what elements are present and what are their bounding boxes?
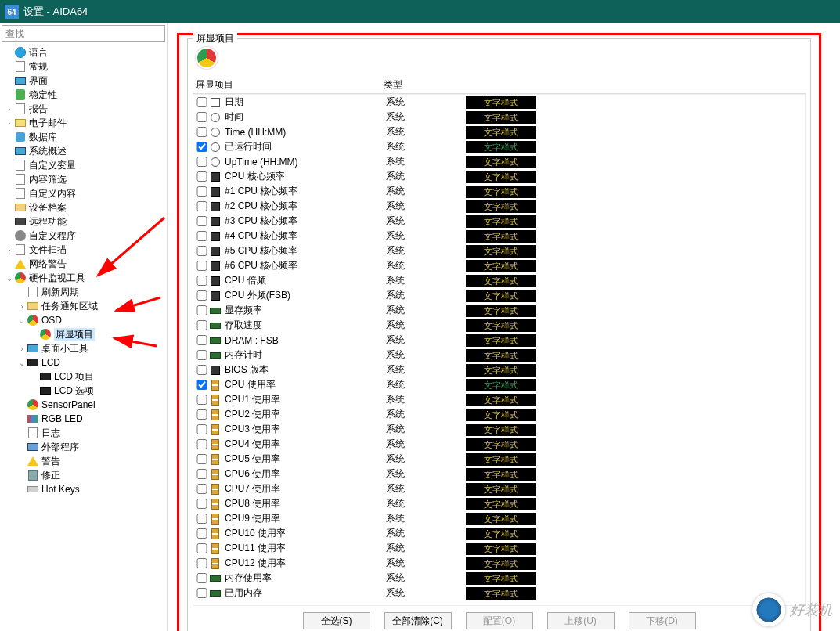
list-row[interactable]: 日期系统文字样式 bbox=[193, 95, 805, 110]
search-input[interactable] bbox=[2, 27, 164, 41]
items-list[interactable]: 日期系统文字样式时间系统文字样式Time (HH:MM)系统文字样式已运行时间系… bbox=[193, 94, 806, 606]
list-row[interactable]: UpTime (HH:MM)系统文字样式 bbox=[193, 154, 805, 169]
row-style-badge[interactable]: 文字样式 bbox=[466, 111, 536, 124]
row-checkbox[interactable] bbox=[196, 350, 207, 360]
tree-item-20[interactable]: 屏显项目 bbox=[0, 327, 167, 341]
row-checkbox[interactable] bbox=[196, 320, 207, 330]
row-style-badge[interactable]: 文字样式 bbox=[466, 543, 536, 555]
tree-item-29[interactable]: 警告 bbox=[0, 454, 167, 468]
row-checkbox[interactable] bbox=[196, 558, 207, 568]
list-row[interactable]: CPU7 使用率系统文字样式 bbox=[193, 481, 805, 496]
row-checkbox[interactable] bbox=[196, 231, 207, 241]
list-row[interactable]: CPU6 使用率系统文字样式 bbox=[193, 467, 805, 481]
expand-icon[interactable]: › bbox=[17, 302, 27, 311]
row-checkbox[interactable] bbox=[196, 305, 207, 316]
row-checkbox[interactable] bbox=[196, 171, 207, 182]
row-checkbox[interactable] bbox=[196, 454, 207, 464]
move-down-button[interactable]: 下移(D) bbox=[629, 612, 696, 629]
row-checkbox[interactable] bbox=[196, 97, 207, 107]
row-checkbox[interactable] bbox=[196, 276, 207, 286]
row-style-badge[interactable]: 文字样式 bbox=[466, 394, 536, 406]
tree-item-5[interactable]: ›电子邮件 bbox=[0, 116, 167, 130]
row-style-badge[interactable]: 文字样式 bbox=[466, 557, 536, 570]
config-button[interactable]: 配置(O) bbox=[466, 612, 533, 629]
tree-item-15[interactable]: 网络警告 bbox=[0, 257, 167, 271]
tree-item-17[interactable]: 刷新周期 bbox=[0, 285, 167, 299]
tree-item-31[interactable]: Hot Keys bbox=[0, 482, 167, 496]
list-row[interactable]: #5 CPU 核心频率系统文字样式 bbox=[193, 243, 805, 258]
row-style-badge[interactable]: 文字样式 bbox=[466, 305, 536, 317]
row-checkbox[interactable] bbox=[196, 573, 207, 583]
tree-item-8[interactable]: 自定义变量 bbox=[0, 158, 167, 172]
row-checkbox[interactable] bbox=[196, 439, 207, 449]
row-style-badge[interactable]: 文字样式 bbox=[466, 260, 536, 272]
list-row[interactable]: #4 CPU 核心频率系统文字样式 bbox=[193, 229, 805, 243]
tree-item-12[interactable]: 远程功能 bbox=[0, 215, 167, 229]
list-row[interactable]: BIOS 版本系统文字样式 bbox=[193, 362, 805, 377]
row-checkbox[interactable] bbox=[196, 142, 207, 152]
row-style-badge[interactable]: 文字样式 bbox=[466, 126, 536, 139]
list-row[interactable]: 时间系统文字样式 bbox=[193, 110, 805, 124]
row-style-badge[interactable]: 文字样式 bbox=[466, 156, 536, 168]
row-checkbox[interactable] bbox=[196, 469, 207, 479]
tree-item-13[interactable]: 自定义程序 bbox=[0, 229, 167, 243]
expand-icon[interactable]: › bbox=[5, 246, 14, 254]
row-style-badge[interactable]: 文字样式 bbox=[466, 409, 536, 421]
row-checkbox[interactable] bbox=[196, 261, 207, 271]
list-row[interactable]: CPU10 使用率系统文字样式 bbox=[193, 526, 805, 541]
col-header-type[interactable]: 类型 bbox=[384, 78, 463, 92]
row-checkbox[interactable] bbox=[196, 216, 207, 226]
expand-icon[interactable]: › bbox=[5, 105, 14, 114]
expand-icon[interactable]: › bbox=[17, 344, 27, 353]
tree-item-26[interactable]: RGB LED bbox=[0, 412, 167, 426]
tree-item-23[interactable]: LCD 项目 bbox=[0, 370, 167, 384]
row-checkbox[interactable] bbox=[196, 201, 207, 211]
tree-item-30[interactable]: 修正 bbox=[0, 468, 167, 482]
clear-all-button[interactable]: 全部清除(C) bbox=[384, 612, 452, 629]
tree-item-19[interactable]: ⌄OSD bbox=[0, 313, 167, 327]
list-row[interactable]: CPU3 使用率系统文字样式 bbox=[193, 422, 805, 437]
row-style-badge[interactable]: 文字样式 bbox=[466, 379, 536, 391]
list-row[interactable]: CPU5 使用率系统文字样式 bbox=[193, 452, 805, 467]
row-style-badge[interactable]: 文字样式 bbox=[466, 200, 536, 213]
tree-item-11[interactable]: 设备档案 bbox=[0, 200, 167, 215]
row-style-badge[interactable]: 文字样式 bbox=[466, 245, 536, 258]
row-checkbox[interactable] bbox=[196, 409, 207, 420]
tree-item-7[interactable]: 系统概述 bbox=[0, 144, 167, 158]
search-box[interactable] bbox=[2, 25, 165, 42]
list-row[interactable]: 已运行时间系统文字样式 bbox=[193, 139, 805, 154]
list-row[interactable]: DRAM : FSB系统文字样式 bbox=[193, 333, 805, 348]
tree-item-14[interactable]: ›文件扫描 bbox=[0, 243, 167, 257]
tree-item-27[interactable]: 日志 bbox=[0, 426, 167, 440]
row-style-badge[interactable]: 文字样式 bbox=[466, 424, 536, 436]
row-checkbox[interactable] bbox=[196, 588, 207, 598]
row-checkbox[interactable] bbox=[196, 395, 207, 405]
row-style-badge[interactable]: 文字样式 bbox=[466, 498, 536, 510]
list-row[interactable]: CPU 使用率系统文字样式 bbox=[193, 377, 805, 392]
row-style-badge[interactable]: 文字样式 bbox=[466, 528, 536, 540]
row-style-badge[interactable]: 文字样式 bbox=[466, 572, 536, 585]
settings-tree[interactable]: 语言常规界面稳定性›报告›电子邮件数据库系统概述自定义变量内容筛选自定义内容设备… bbox=[0, 44, 167, 631]
list-row[interactable]: 内存使用率系统文字样式 bbox=[193, 571, 805, 586]
expand-icon[interactable]: ⌄ bbox=[17, 359, 27, 367]
row-style-badge[interactable]: 文字样式 bbox=[466, 438, 536, 451]
row-style-badge[interactable]: 文字样式 bbox=[466, 513, 536, 525]
tree-item-9[interactable]: 内容筛选 bbox=[0, 172, 167, 186]
tree-item-1[interactable]: 常规 bbox=[0, 59, 167, 74]
row-style-badge[interactable]: 文字样式 bbox=[466, 141, 536, 153]
row-style-badge[interactable]: 文字样式 bbox=[466, 215, 536, 228]
tree-item-21[interactable]: ›桌面小工具 bbox=[0, 341, 167, 355]
row-style-badge[interactable]: 文字样式 bbox=[466, 453, 536, 466]
list-row[interactable]: CPU 核心频率系统文字样式 bbox=[193, 169, 805, 184]
row-style-badge[interactable]: 文字样式 bbox=[466, 230, 536, 243]
row-style-badge[interactable]: 文字样式 bbox=[466, 349, 536, 362]
tree-item-18[interactable]: ›任务通知区域 bbox=[0, 299, 167, 313]
select-all-button[interactable]: 全选(S) bbox=[303, 612, 370, 629]
tree-item-22[interactable]: ⌄LCD bbox=[0, 355, 167, 370]
list-row[interactable]: 内存计时系统文字样式 bbox=[193, 348, 805, 362]
list-row[interactable]: 显存频率系统文字样式 bbox=[193, 303, 805, 318]
list-row[interactable]: CPU8 使用率系统文字样式 bbox=[193, 496, 805, 511]
list-row[interactable]: #1 CPU 核心频率系统文字样式 bbox=[193, 184, 805, 199]
list-row[interactable]: 已用内存系统文字样式 bbox=[193, 586, 805, 600]
row-checkbox[interactable] bbox=[196, 290, 207, 301]
